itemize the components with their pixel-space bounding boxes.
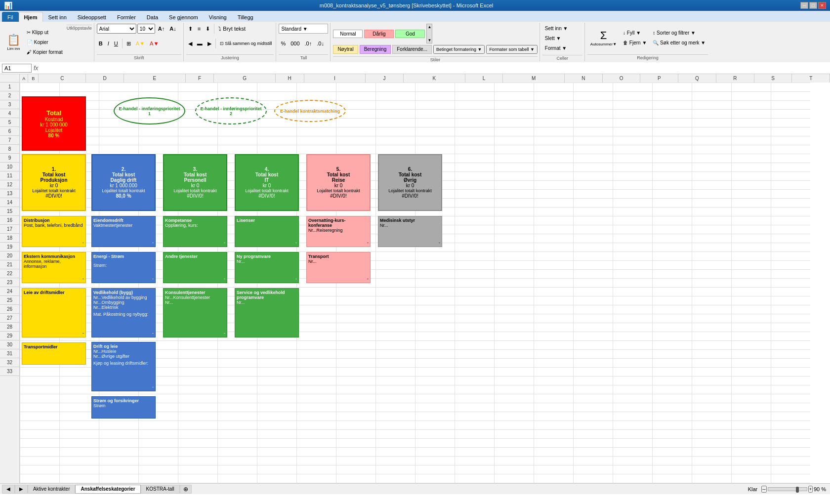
autosum-button[interactable]: Σ Autosummer▼ [587,24,620,52]
copy-button[interactable]: 📄 Kopier [24,38,65,46]
zoom-slider[interactable] [768,487,807,491]
col-a[interactable]: A [20,74,28,83]
tab-data[interactable]: Data [141,12,164,22]
row-14[interactable]: 14 [0,198,19,207]
align-bottom-button[interactable]: ⬇ [204,24,212,34]
bold-button[interactable]: B [97,39,105,48]
thousands-button[interactable]: 000 [289,39,301,48]
align-left-button[interactable]: ◀ [186,39,194,48]
align-middle-button[interactable]: ≡ [196,24,203,34]
sheet-tab-anskaffelse[interactable]: Anskaffelseskategorier [75,485,140,494]
row-18[interactable]: 18 [0,234,19,243]
col-l[interactable]: L [465,74,503,83]
find-select-button[interactable]: 🔍 Søk etter og merk ▼ [650,39,708,47]
style-normal[interactable]: Normal [333,30,363,38]
formula-input[interactable] [40,64,828,73]
cell-reference-box[interactable]: A1 [2,64,32,73]
col-n[interactable]: N [565,74,603,83]
border-button[interactable]: ⊞ [124,39,133,48]
fill-button[interactable]: ↓ Fyll ▼ [621,29,649,38]
col-g[interactable]: G [214,74,276,83]
col-m[interactable]: M [503,74,565,83]
col-p[interactable]: P [640,74,678,83]
row-3[interactable]: 3 [0,100,19,109]
zoom-out-button[interactable]: ─ [761,486,766,493]
row-11[interactable]: 11 [0,171,19,180]
align-right-button[interactable]: ▶ [206,39,213,48]
underline-button[interactable]: U [112,39,120,48]
row-5[interactable]: 5 [0,118,19,127]
row-9[interactable]: 9 [0,154,19,163]
tab-hjem[interactable]: Hjem [19,12,43,22]
sheet-tab-aktive[interactable]: Aktive kontrakter [28,485,75,494]
tab-visning[interactable]: Visning [204,12,232,22]
number-format-dropdown[interactable]: Standard ▼ [279,24,328,34]
increase-decimal-button[interactable]: .0↑ [303,39,314,48]
row-13[interactable]: 13 [0,189,19,198]
paste-button[interactable]: 📋 Lim inn [4,28,23,56]
row-23[interactable]: 23 [0,278,19,287]
sheet-add-tab[interactable]: ⊕ [180,485,192,494]
zoom-in-button[interactable]: + [808,486,813,493]
row-21[interactable]: 21 [0,260,19,269]
window-controls[interactable]: ─ □ ✕ [800,2,826,9]
tab-sett-inn[interactable]: Sett inn [43,12,72,22]
tab-formler[interactable]: Formler [112,12,141,22]
style-calc[interactable]: Beregning [360,45,391,54]
row-33[interactable]: 33 [0,367,19,376]
font-shrink-button[interactable]: A↓ [167,24,178,34]
col-i[interactable]: I [304,74,366,83]
row-6[interactable]: 6 [0,127,19,136]
copy-format-button[interactable]: 🖌 Kopier format [24,47,65,56]
style-neutral[interactable]: Nøytral [333,45,358,54]
sort-filter-button[interactable]: ↕ Sorter og filtrer ▼ [650,29,708,38]
styles-scroll[interactable]: ▲▼ [426,24,432,43]
row-29[interactable]: 29 [0,332,19,340]
close-button[interactable]: ✕ [818,2,826,9]
row-4[interactable]: 4 [0,109,19,118]
format-as-table-button[interactable]: Formater som tabell ▼ [486,45,537,54]
row-10[interactable]: 10 [0,163,19,171]
format-button[interactable]: Format ▼ [542,43,571,52]
row-31[interactable]: 31 [0,349,19,358]
col-t[interactable]: T [792,74,830,83]
row-17[interactable]: 17 [0,225,19,234]
col-j[interactable]: J [366,74,404,83]
tab-next-button[interactable]: ▶ [15,485,28,494]
row-8[interactable]: 8 [0,145,19,154]
style-bad[interactable]: Dårlig [364,30,394,38]
col-k[interactable]: K [404,74,465,83]
row-25[interactable]: 25 [0,296,19,305]
conditional-format-button[interactable]: Betinget formatering ▼ [433,45,485,54]
row-1[interactable]: 1 [0,83,19,91]
style-good[interactable]: God [395,30,425,38]
row-19[interactable]: 19 [0,243,19,252]
row-26[interactable]: 26 [0,305,19,314]
sheet-tab-kostra[interactable]: KOSTRA-tall [141,485,180,494]
align-center-button[interactable]: ▬ [195,39,205,48]
col-s[interactable]: S [754,74,792,83]
tab-prev-button[interactable]: ◀ [2,485,15,494]
row-12[interactable]: 12 [0,180,19,189]
delete-button[interactable]: Slett ▼ [542,34,571,42]
merge-center-button[interactable]: ⊡ Slå sammen og midtstill [218,39,274,48]
row-7[interactable]: 7 [0,136,19,145]
font-color-button[interactable]: A▼ [148,39,161,48]
row-27[interactable]: 27 [0,314,19,323]
col-o[interactable]: O [603,74,641,83]
font-grow-button[interactable]: A↑ [156,24,166,34]
align-top-button[interactable]: ⬆ [186,24,195,34]
col-c[interactable]: C [39,74,86,83]
row-22[interactable]: 22 [0,269,19,278]
tab-fil[interactable]: Fil [2,12,19,22]
percent-button[interactable]: % [279,39,288,48]
tab-sideoppsett[interactable]: Sideoppsett [72,12,112,22]
italic-button[interactable]: I [106,39,111,48]
cut-button[interactable]: ✂ Klipp ut [24,28,65,37]
minimize-button[interactable]: ─ [800,2,808,9]
restore-button[interactable]: □ [809,2,817,9]
font-size-select[interactable]: 10 [137,24,155,34]
col-f[interactable]: F [186,74,214,83]
font-name-select[interactable]: Arial [97,24,136,34]
fill-color-button[interactable]: A▼ [134,39,147,48]
